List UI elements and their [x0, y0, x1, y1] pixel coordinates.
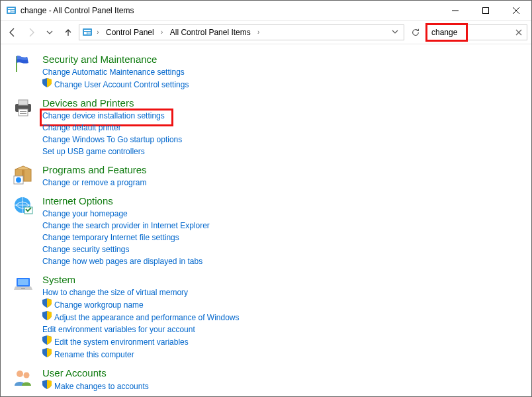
result-link-label: How to change the size of virtual memory: [42, 287, 188, 298]
result-link[interactable]: Edit environment variables for your acco…: [42, 324, 240, 335]
result-link[interactable]: Change Automatic Maintenance settings: [42, 66, 189, 78]
svg-rect-11: [84, 32, 87, 34]
svg-rect-18: [19, 109, 28, 116]
svg-rect-29: [21, 288, 25, 289]
category-title[interactable]: User Accounts: [42, 367, 149, 378]
svg-rect-1: [8, 8, 15, 9]
result-link[interactable]: Adjust the appearance and performance of…: [42, 311, 240, 324]
result-link-label: Change Windows To Go startup options: [42, 134, 182, 146]
breadcrumb-root[interactable]: Control Panel: [103, 28, 157, 37]
box-icon: [12, 164, 34, 185]
result-link-label: Change device installation settings: [42, 110, 165, 122]
category: User AccountsMake changes to accounts: [7, 367, 531, 392]
svg-point-31: [24, 373, 30, 378]
result-link-label: Change User Account Control settings: [54, 79, 189, 91]
category-body: Devices and PrintersChange device instal…: [34, 97, 182, 157]
svg-rect-2: [8, 10, 11, 13]
globe-icon: [12, 195, 34, 216]
svg-rect-28: [18, 279, 28, 285]
clear-search-button[interactable]: [513, 24, 525, 40]
minimize-button[interactable]: [440, 1, 470, 20]
category: Programs and FeaturesChange or remove a …: [7, 164, 531, 189]
result-link-label: Adjust the appearance and performance of…: [54, 312, 240, 324]
result-link[interactable]: Rename this computer: [42, 348, 240, 361]
category-title[interactable]: Internet Options: [42, 195, 210, 206]
result-link[interactable]: Edit the system environment variables: [42, 335, 240, 348]
forward-button[interactable]: [23, 24, 39, 40]
search-box-container: [427, 24, 527, 40]
recent-dropdown[interactable]: [42, 24, 58, 40]
close-button[interactable]: [501, 1, 531, 20]
result-link-label: Change your homepage: [42, 208, 128, 220]
result-link-label: Change default printer: [42, 122, 121, 134]
result-link-label: Change temporary Internet file settings: [42, 232, 179, 243]
svg-rect-17: [19, 100, 28, 105]
result-link[interactable]: Change the search provider in Internet E…: [42, 220, 210, 232]
category-title[interactable]: Programs and Features: [42, 164, 147, 175]
result-link-label: Set up USB game controllers: [42, 146, 145, 157]
shield-icon: [42, 348, 52, 361]
up-button[interactable]: [60, 24, 76, 40]
result-link[interactable]: Change security settings: [42, 243, 210, 255]
result-link-label: Make changes to accounts: [54, 380, 149, 392]
svg-rect-19: [20, 111, 26, 112]
result-link[interactable]: Make changes to accounts: [42, 380, 149, 392]
category-title[interactable]: Devices and Printers: [42, 97, 182, 109]
result-link-label: Change workgroup name: [54, 299, 144, 311]
chevron-right-icon[interactable]: ›: [158, 28, 166, 36]
svg-rect-6: [483, 7, 489, 13]
breadcrumb-item[interactable]: All Control Panel Items: [167, 28, 253, 37]
window-icon: [6, 5, 17, 16]
titlebar: change - All Control Panel Items: [1, 1, 531, 21]
result-link[interactable]: Change how web pages are displayed in ta…: [42, 255, 210, 267]
category-title[interactable]: System: [42, 274, 240, 285]
window-controls: [440, 1, 531, 20]
result-link[interactable]: Change temporary Internet file settings: [42, 232, 210, 243]
result-link-label: Change Automatic Maintenance settings: [42, 66, 185, 78]
result-link[interactable]: Change default printer: [42, 122, 182, 134]
result-link[interactable]: How to change the size of virtual memory: [42, 287, 240, 298]
address-dropdown[interactable]: [389, 28, 401, 37]
result-link-label: Edit environment variables for your acco…: [42, 324, 195, 335]
printer-icon: [12, 97, 34, 118]
users-icon: [12, 367, 34, 388]
result-link[interactable]: Change or remove a program: [42, 177, 147, 189]
result-link-label: Rename this computer: [54, 349, 134, 361]
shield-icon: [42, 335, 52, 348]
chevron-right-icon[interactable]: ›: [255, 28, 263, 36]
result-link-label: Change the search provider in Internet E…: [42, 220, 210, 232]
result-link-label: Change how web pages are displayed in ta…: [42, 255, 202, 267]
result-link-label: Edit the system environment variables: [54, 336, 189, 348]
result-link-label: Change or remove a program: [42, 177, 146, 189]
refresh-button[interactable]: [407, 24, 424, 40]
result-link-label: Change security settings: [42, 243, 129, 255]
toolbar: › Control Panel › All Control Panel Item…: [1, 21, 531, 44]
result-link[interactable]: Change Windows To Go startup options: [42, 134, 182, 146]
svg-rect-12: [87, 32, 91, 33]
back-button[interactable]: [5, 24, 21, 40]
result-link[interactable]: Change device installation settings: [42, 110, 182, 122]
shield-icon: [42, 380, 52, 392]
category-body: Security and MaintenanceChange Automatic…: [34, 54, 189, 91]
category: Devices and PrintersChange device instal…: [7, 97, 531, 157]
shield-icon: [42, 78, 52, 91]
result-link[interactable]: Change your homepage: [42, 208, 210, 220]
address-icon: [82, 27, 93, 38]
laptop-icon: [12, 274, 34, 295]
svg-point-24: [16, 177, 21, 183]
address-bar[interactable]: › Control Panel › All Control Panel Item…: [79, 24, 404, 40]
category-body: Internet OptionsChange your homepageChan…: [34, 195, 210, 267]
maximize-button[interactable]: [470, 1, 501, 20]
category: Internet OptionsChange your homepageChan…: [7, 195, 531, 267]
category: Security and MaintenanceChange Automatic…: [7, 54, 531, 91]
svg-point-30: [17, 371, 23, 377]
category-title[interactable]: Security and Maintenance: [42, 54, 189, 65]
category-body: SystemHow to change the size of virtual …: [34, 274, 240, 361]
chevron-right-icon[interactable]: ›: [94, 28, 102, 36]
result-link[interactable]: Change workgroup name: [42, 298, 240, 311]
svg-rect-10: [84, 30, 91, 31]
svg-rect-3: [11, 10, 15, 11]
flag-icon: [12, 54, 34, 75]
result-link[interactable]: Change User Account Control settings: [42, 78, 189, 91]
result-link[interactable]: Set up USB game controllers: [42, 146, 182, 157]
